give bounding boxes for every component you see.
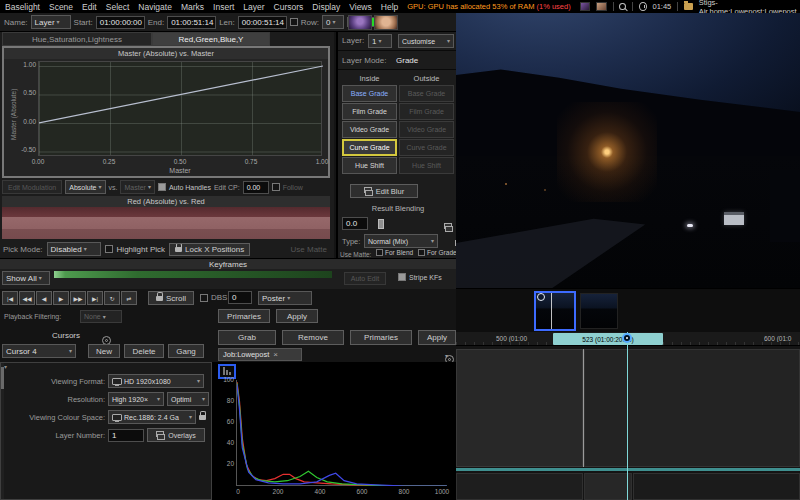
reference-still-thumbnail[interactable]	[348, 15, 372, 30]
menu-cursors[interactable]: Cursors	[274, 2, 304, 12]
row-checkbox[interactable]	[290, 18, 298, 26]
dbs-checkbox[interactable]	[200, 294, 208, 302]
apply-button[interactable]: Apply	[276, 309, 318, 323]
transport-play-reverse-button[interactable]: ◀	[36, 291, 52, 305]
for-grade-checkbox[interactable]	[418, 249, 425, 256]
menu-marks[interactable]: Marks	[181, 2, 204, 12]
playhead-marker[interactable]	[622, 333, 632, 343]
dbs-input[interactable]: 0	[228, 291, 252, 304]
customise-dropdown[interactable]: Customise▾	[398, 34, 454, 48]
menu-layer[interactable]: Layer	[243, 2, 264, 12]
cursor-delete-button[interactable]: Delete	[124, 344, 164, 358]
end-input[interactable]: 01:00:51:14	[167, 16, 216, 29]
for-blend-control[interactable]: For Blend	[376, 249, 413, 256]
poster-dropdown[interactable]: Poster▾	[258, 291, 312, 305]
transport-go-end-button[interactable]: ▶|	[87, 291, 103, 305]
timeline-track-segment[interactable]	[633, 473, 800, 500]
grade-primaries-button[interactable]: Primaries	[350, 330, 412, 345]
menu-views[interactable]: Views	[349, 2, 372, 12]
menu-navigate[interactable]: Navigate	[138, 2, 172, 12]
panel-scrollbar[interactable]	[1, 363, 4, 499]
curve-mode-dropdown[interactable]: Absolute▾	[65, 180, 105, 194]
playhead[interactable]	[627, 332, 628, 500]
start-input[interactable]: 01:00:00:00	[96, 16, 145, 29]
colour-space-dropdown[interactable]: Rec.1886: 2.4 Ga▾	[108, 410, 196, 424]
keyframe-track[interactable]	[54, 271, 332, 278]
overlays-button[interactable]: Overlays	[147, 428, 205, 442]
len-input[interactable]: 00:00:51:14	[238, 16, 287, 29]
edit-blur-button[interactable]: Edit Blur	[350, 184, 418, 198]
blend-slider-thumb[interactable]	[378, 219, 384, 229]
scrollbar-thumb[interactable]	[1, 367, 4, 389]
mode-base-grade-inside[interactable]: Base Grade	[342, 85, 397, 102]
resolution-quality-dropdown[interactable]: Optimi▾	[167, 392, 209, 406]
blend-type-dropdown[interactable]: Normal (Mix)▾	[364, 234, 438, 248]
transport-bounce-button[interactable]: ⇄	[121, 291, 137, 305]
menu-insert[interactable]: Insert	[213, 2, 234, 12]
panel-corner-icon[interactable]: ▾	[4, 363, 7, 370]
red-curve-plot[interactable]	[2, 207, 330, 239]
mode-video-grade-outside[interactable]: Video Grade	[399, 121, 454, 138]
filmstrip-thumbnail[interactable]	[580, 293, 618, 329]
mode-curve-grade-inside[interactable]: Curve Grade	[342, 139, 397, 156]
row-dropdown[interactable]: 0▾	[322, 15, 344, 29]
scroll-button[interactable]: Scroll	[148, 291, 194, 305]
mode-base-grade-outside[interactable]: Base Grade	[399, 85, 454, 102]
mode-hue-shift-outside[interactable]: Hue Shift	[399, 157, 454, 174]
mode-curve-grade-outside[interactable]: Curve Grade	[399, 139, 454, 156]
grade-track[interactable]	[456, 468, 800, 471]
stripe-kfs-checkbox[interactable]	[398, 273, 406, 281]
timeline-clip[interactable]	[456, 349, 583, 467]
lock-x-positions-button[interactable]: Lock X Positions	[169, 243, 250, 256]
curve-target-dropdown[interactable]: Master▾	[120, 180, 154, 194]
menu-scene[interactable]: Scene	[49, 2, 73, 12]
image-viewer[interactable]	[456, 13, 800, 288]
user-avatar[interactable]	[580, 2, 590, 11]
follow-checkbox[interactable]	[272, 183, 280, 191]
menu-select[interactable]: Select	[106, 2, 130, 12]
stripe-kfs-control[interactable]: Stripe KFs	[398, 273, 442, 281]
transport-loop-button[interactable]: ↻	[104, 291, 120, 305]
transport-rewind-button[interactable]: ◀◀	[19, 291, 35, 305]
mode-video-grade-inside[interactable]: Video Grade	[342, 121, 397, 138]
mode-film-grade-outside[interactable]: Film Grade	[399, 103, 454, 120]
master-curve-plot[interactable]	[38, 61, 322, 156]
timeline-clip[interactable]	[584, 349, 800, 467]
pick-mode-dropdown[interactable]: Disabled▾	[47, 242, 101, 256]
auto-edit-button[interactable]: Auto Edit	[344, 272, 386, 285]
mode-film-grade-inside[interactable]: Film Grade	[342, 103, 397, 120]
chevron-down-icon[interactable]: ▾	[445, 353, 448, 359]
cursor-new-button[interactable]: New	[88, 344, 120, 358]
transport-fast-forward-button[interactable]: ▶▶	[70, 291, 86, 305]
resolution-dropdown[interactable]: High 1920×▾	[108, 392, 164, 406]
blend-value-input[interactable]: 0.0	[342, 217, 368, 230]
cursor-gang-button[interactable]: Gang	[168, 344, 204, 358]
grade-apply-button[interactable]: Apply	[418, 330, 456, 345]
search-icon[interactable]	[619, 3, 625, 10]
viewing-format-dropdown[interactable]: HD 1920x1080▾	[108, 374, 204, 388]
timeline-track-segment[interactable]	[584, 473, 632, 500]
edit-cp-input[interactable]: 0.00	[243, 181, 269, 194]
primaries-button[interactable]: Primaries	[218, 309, 270, 323]
timeline-track-segment[interactable]	[456, 473, 583, 500]
reference-still-thumbnail[interactable]	[374, 15, 398, 30]
for-grade-control[interactable]: For Grade	[418, 249, 457, 256]
auto-handles-checkbox[interactable]	[158, 183, 166, 191]
layer-number-dropdown[interactable]: 1▾	[368, 34, 392, 48]
menu-display[interactable]: Display	[312, 2, 340, 12]
tab-hue-saturation-lightness[interactable]: Hue,Saturation,Lightness	[2, 32, 152, 46]
close-icon[interactable]: ×	[273, 350, 278, 359]
transport-go-start-button[interactable]: |◀	[2, 291, 18, 305]
for-blend-checkbox[interactable]	[376, 249, 383, 256]
edit-modulation-button[interactable]: Edit Modulation	[2, 180, 62, 194]
keyframes-show-all-dropdown[interactable]: Show All▾	[2, 271, 50, 285]
lock-icon[interactable]	[199, 415, 206, 420]
grab-button[interactable]: Grab	[218, 330, 276, 345]
highlight-pick-checkbox[interactable]	[105, 245, 113, 253]
layers-icon[interactable]	[444, 223, 453, 232]
mode-hue-shift-inside[interactable]: Hue Shift	[342, 157, 397, 174]
transport-play-button[interactable]: ▶	[53, 291, 69, 305]
user-avatar[interactable]	[596, 2, 606, 11]
menu-help[interactable]: Help	[381, 2, 398, 12]
dbs-control[interactable]: DBS	[200, 293, 227, 302]
